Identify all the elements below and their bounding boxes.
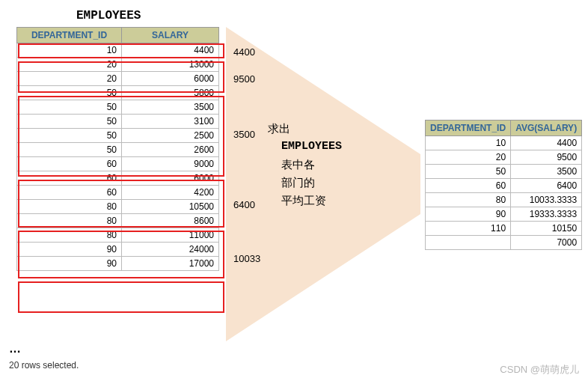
result-header-avg: AVG(SALARY): [511, 121, 582, 136]
emp-dept: 80: [17, 214, 122, 228]
emp-dept: 60: [17, 186, 122, 200]
group-label-80: 10033: [233, 253, 260, 264]
emp-dept: 90: [17, 243, 122, 257]
emp-sal: 2600: [122, 143, 219, 157]
emp-dept: 50: [17, 100, 122, 115]
explain-text: 求出 EMPLOYEES 表中各 部门的 平均工资: [268, 120, 388, 210]
rows-selected: 20 rows selected.: [9, 360, 79, 371]
emp-sal: 11000: [122, 228, 219, 243]
table-row: 503500: [426, 165, 582, 179]
table-row: 9017000: [17, 257, 219, 271]
table-row: 502600: [17, 143, 219, 157]
table-row: 2013000: [17, 58, 219, 72]
emp-sal: 2500: [122, 129, 219, 143]
res-avg: 9500: [511, 150, 582, 165]
emp-dept: 80: [17, 200, 122, 214]
table-row: 604200: [17, 186, 219, 200]
res-dept: 90: [426, 207, 511, 222]
emp-sal: 6000: [122, 171, 219, 186]
emp-dept: 60: [17, 157, 122, 171]
table-row: 503100: [17, 115, 219, 129]
emp-sal: 13000: [122, 58, 219, 72]
employees-table: DEPARTMENT_ID SALARY 1044002013000206000…: [16, 27, 219, 271]
table-row: 8010500: [17, 200, 219, 214]
res-avg: 7000: [511, 236, 582, 250]
emp-sal: 3100: [122, 115, 219, 129]
table-row: 8011000: [17, 228, 219, 243]
emp-sal: 3500: [122, 100, 219, 115]
table-row: 808600: [17, 214, 219, 228]
table-row: 209500: [426, 150, 582, 165]
group-label-60: 6400: [233, 199, 255, 210]
emp-sal: 17000: [122, 257, 219, 271]
table-row: 206000: [17, 72, 219, 86]
group-label-10: 4400: [233, 46, 255, 58]
employees-table-wrap: DEPARTMENT_ID SALARY 1044002013000206000…: [16, 27, 219, 271]
emp-sal: 9000: [122, 157, 219, 171]
res-avg: 10033.3333: [511, 193, 582, 207]
emp-sal: 4400: [122, 43, 219, 58]
table-row: 104400: [426, 136, 582, 150]
explain-l3: 表中各: [268, 156, 388, 174]
table-row: 7000: [426, 236, 582, 250]
result-table-wrap: DEPARTMENT_ID AVG(SALARY) 10440020950050…: [425, 120, 582, 250]
group-label-50: 3500: [233, 129, 255, 140]
emp-header-dept: DEPARTMENT_ID: [17, 28, 122, 43]
table-row: 606400: [426, 179, 582, 193]
table-row: 8010033.3333: [426, 193, 582, 207]
emp-sal: 6000: [122, 72, 219, 86]
table-row: 502500: [17, 129, 219, 143]
table-row: 503500: [17, 100, 219, 115]
emp-sal: 24000: [122, 243, 219, 257]
res-dept: 10: [426, 136, 511, 150]
diagram-stage: DEPARTMENT_ID SALARY 1044002013000206000…: [9, 27, 579, 341]
table-row: 606000: [17, 171, 219, 186]
emp-dept: 50: [17, 115, 122, 129]
emp-dept: 50: [17, 129, 122, 143]
res-dept: 20: [426, 150, 511, 165]
explain-l5: 平均工资: [268, 192, 388, 210]
ellipsis: …: [9, 342, 22, 356]
page-title: EMPLOYEES: [76, 9, 579, 22]
res-dept: 110: [426, 222, 511, 236]
table-row: 609000: [17, 157, 219, 171]
res-avg: 10150: [511, 222, 582, 236]
emp-dept: 60: [17, 171, 122, 186]
explain-l2: EMPLOYEES: [268, 138, 388, 156]
emp-dept: 10: [17, 43, 122, 58]
emp-dept: 50: [17, 86, 122, 100]
emp-dept: 50: [17, 143, 122, 157]
group-box-90: [18, 281, 224, 313]
res-dept: 80: [426, 193, 511, 207]
emp-sal: 5800: [122, 86, 219, 100]
table-row: 11010150: [426, 222, 582, 236]
emp-sal: 4200: [122, 186, 219, 200]
watermark: CSDN @萌萌虎儿: [500, 363, 579, 377]
result-header-dept: DEPARTMENT_ID: [426, 121, 511, 136]
result-table: DEPARTMENT_ID AVG(SALARY) 10440020950050…: [425, 120, 582, 250]
res-dept: 60: [426, 179, 511, 193]
emp-dept: 80: [17, 228, 122, 243]
table-row: 104400: [17, 43, 219, 58]
emp-sal: 8600: [122, 214, 219, 228]
emp-dept: 20: [17, 72, 122, 86]
emp-header-sal: SALARY: [122, 28, 219, 43]
res-avg: 3500: [511, 165, 582, 179]
group-label-20: 9500: [233, 73, 255, 85]
emp-dept: 90: [17, 257, 122, 271]
res-avg: 4400: [511, 136, 582, 150]
table-row: 9019333.3333: [426, 207, 582, 222]
emp-dept: 20: [17, 58, 122, 72]
res-dept: 50: [426, 165, 511, 179]
res-avg: 19333.3333: [511, 207, 582, 222]
res-avg: 6400: [511, 179, 582, 193]
emp-sal: 10500: [122, 200, 219, 214]
table-row: 505800: [17, 86, 219, 100]
res-dept: [426, 236, 511, 250]
explain-l1: 求出: [268, 120, 388, 138]
table-row: 9024000: [17, 243, 219, 257]
explain-l4: 部门的: [268, 174, 388, 192]
